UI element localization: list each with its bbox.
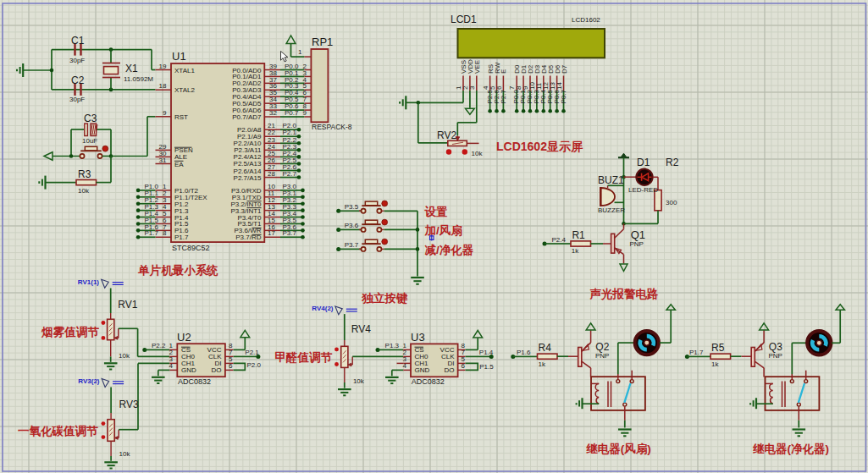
svg-text:P1.7: P1.7 [689,349,704,356]
svg-text:31: 31 [159,157,167,164]
svg-text:DO: DO [212,366,222,374]
svg-text:设置: 设置 [424,206,448,218]
svg-text:E: E [500,69,507,74]
svg-text:P2.1: P2.1 [245,349,259,356]
svg-text:U1: U1 [172,50,186,63]
svg-text:D1: D1 [637,157,650,168]
svg-text:P0.7/AD7: P0.7/AD7 [232,113,262,121]
svg-text:6: 6 [495,85,503,90]
svg-text:U3: U3 [411,331,425,344]
svg-text:XTAL2: XTAL2 [174,86,195,94]
svg-text:ADC0832: ADC0832 [412,377,445,386]
svg-text:加/风扇: 加/风扇 [424,224,463,237]
svg-text:BUZ1: BUZ1 [598,174,624,186]
svg-text:4: 4 [403,362,407,370]
svg-text:1k: 1k [572,247,579,255]
svg-text:10uF: 10uF [82,137,97,145]
svg-text:RV1: RV1 [118,299,137,311]
svg-text:28: 28 [268,170,275,178]
svg-text:甲醛值调节: 甲醛值调节 [275,351,333,364]
svg-text:RV3: RV3 [119,399,139,410]
svg-text:1: 1 [298,48,302,56]
svg-text:P3.7: P3.7 [283,229,297,237]
svg-text:P3.6: P3.6 [345,222,359,229]
svg-text:300: 300 [666,199,677,206]
svg-text:10k: 10k [472,150,484,157]
svg-text:P1.7: P1.7 [174,234,189,241]
svg-text:R2: R2 [666,157,679,168]
svg-text:R4: R4 [539,342,552,354]
svg-text:STC89C52: STC89C52 [172,244,210,252]
svg-text:30pF: 30pF [69,57,85,64]
svg-text:D7: D7 [561,64,568,74]
svg-text:RV4(2): RV4(2) [312,305,334,312]
svg-text:RV4: RV4 [351,323,371,335]
svg-text:GND: GND [181,366,196,374]
svg-text:R1: R1 [572,229,585,241]
svg-text:X1: X1 [125,63,138,74]
svg-text:PNP: PNP [768,352,782,360]
svg-text:LED-RED: LED-RED [628,186,658,194]
svg-text:P1.5: P1.5 [479,363,494,371]
svg-text:18: 18 [159,82,167,90]
svg-text:LCD1: LCD1 [451,14,477,25]
svg-text:继电器(风扇): 继电器(风扇) [585,443,651,455]
svg-text:PNP: PNP [595,352,609,360]
svg-text:一氧化碳值调节: 一氧化碳值调节 [18,425,98,437]
svg-text:4: 4 [169,362,174,370]
svg-text:P2.0: P2.0 [247,361,262,369]
svg-text:VEE: VEE [473,60,481,74]
svg-text:1k: 1k [539,360,546,368]
svg-text:DO: DO [445,366,455,374]
svg-text:R3: R3 [78,168,91,180]
svg-text:BUZZER: BUZZER [598,206,625,214]
svg-text:1k: 1k [711,360,719,368]
svg-text:9: 9 [163,109,167,117]
svg-text:烟雾值调节: 烟雾值调节 [41,326,99,338]
svg-text:ADC0832: ADC0832 [178,377,211,386]
svg-text:14: 14 [556,82,563,90]
svg-text:9: 9 [303,109,307,117]
svg-text:32: 32 [269,109,277,117]
svg-text:10k: 10k [119,450,131,458]
svg-text:P2.2: P2.2 [152,342,166,349]
svg-text:RV1(1): RV1(1) [78,278,100,286]
svg-text:减/净化器: 减/净化器 [425,244,474,256]
svg-text:C2: C2 [71,74,85,86]
svg-text:P1.7: P1.7 [144,229,158,237]
svg-text:C1: C1 [71,35,85,47]
svg-text:8: 8 [163,229,167,237]
svg-text:C3: C3 [84,113,97,124]
svg-text:P1.6: P1.6 [517,349,531,356]
svg-text:P2.4: P2.4 [552,236,567,244]
svg-text:U2: U2 [177,331,191,344]
svg-text:P2.7: P2.7 [500,89,507,103]
svg-text:声光报警电路: 声光报警电路 [589,288,660,300]
svg-text:RV2: RV2 [437,129,456,141]
svg-text:30pF: 30pF [69,96,85,103]
svg-text:10k: 10k [78,187,90,195]
svg-text:P2.7: P2.7 [283,170,297,178]
svg-text:LCD1602显示屏: LCD1602显示屏 [496,140,583,153]
svg-text:11.0592M: 11.0592M [124,75,153,83]
svg-text:独立按键: 独立按键 [362,291,409,305]
svg-text:单片机最小系统: 单片机最小系统 [137,263,218,277]
svg-text:P1.3: P1.3 [385,342,400,349]
svg-text:XTAL1: XTAL1 [174,67,195,74]
svg-text:RP1: RP1 [312,36,333,48]
svg-text:LCD1602: LCD1602 [572,16,600,24]
svg-text:10k: 10k [353,377,365,385]
svg-text:EA: EA [174,161,184,168]
svg-text:P3.7: P3.7 [345,241,359,249]
svg-text:RESPACK-8: RESPACK-8 [312,123,352,131]
svg-text:P1.4: P1.4 [479,349,494,356]
svg-text:19: 19 [159,63,167,70]
svg-text:P0.7: P0.7 [285,109,299,117]
svg-text:GND: GND [415,366,430,374]
svg-text:6: 6 [229,362,233,370]
svg-text:P3.5: P3.5 [345,203,359,211]
svg-text:PNP: PNP [630,240,644,248]
svg-text:6: 6 [462,362,466,370]
svg-text:P2.7/A15: P2.7/A15 [234,174,262,182]
svg-text:RV3(2): RV3(2) [78,377,100,385]
